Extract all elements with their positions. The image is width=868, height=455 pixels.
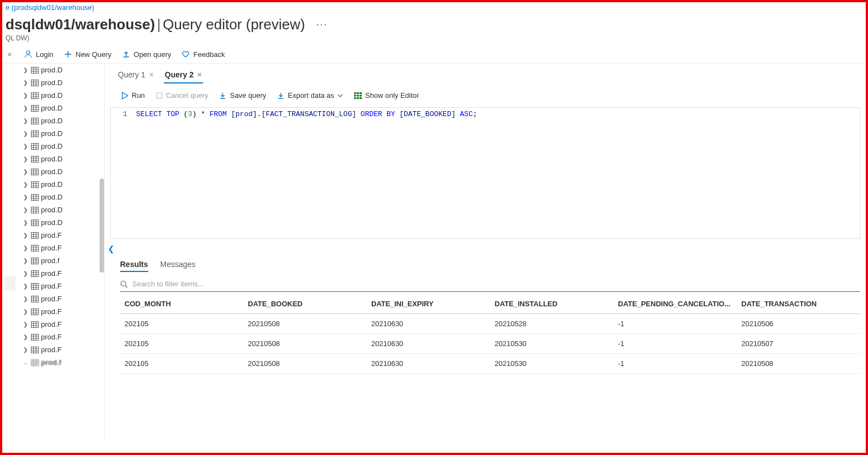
tree-item[interactable]: ❯prod.F <box>18 267 104 280</box>
open-query-button[interactable]: Open query <box>122 50 171 59</box>
sql-editor[interactable]: 1 SELECT TOP (3) * FROM [prod].[FACT_TRA… <box>110 107 860 239</box>
table-icon <box>31 143 39 150</box>
column-header[interactable]: DATE_PENDING_CANCELATIO... <box>614 294 737 314</box>
tree-item[interactable]: ❯prod.D <box>18 76 104 89</box>
svg-rect-125 <box>354 95 356 96</box>
tree-item[interactable]: ❯prod.D <box>18 178 104 191</box>
svg-rect-123 <box>357 92 359 94</box>
search-icon <box>120 280 128 288</box>
svg-rect-126 <box>357 95 359 96</box>
run-button[interactable]: Run <box>121 91 145 100</box>
svg-rect-81 <box>32 270 39 276</box>
tree-item-label: prod.D <box>41 155 63 163</box>
collapse-nav-icon[interactable]: « <box>6 50 14 58</box>
sql-code-line[interactable]: SELECT TOP (3) * FROM [prod].[FACT_TRANS… <box>133 108 477 238</box>
table-cell: 20210528 <box>490 314 614 334</box>
chevron-right-icon: ❯ <box>23 194 29 200</box>
table-icon <box>31 169 39 175</box>
svg-rect-36 <box>32 156 39 162</box>
chevron-right-icon: ❯ <box>23 270 29 276</box>
svg-rect-31 <box>32 143 39 149</box>
table-icon <box>31 118 39 124</box>
tree-item-label: prod.D <box>41 180 63 189</box>
tree-item-label: prod.D <box>41 117 63 125</box>
chevron-right-icon: ❯ <box>23 334 29 340</box>
tree-item[interactable]: ❯prod.F <box>18 292 104 305</box>
table-row[interactable]: 202105202105082021063020210528-120210506 <box>120 314 860 334</box>
tree-item[interactable]: ❯prod.F <box>18 229 104 242</box>
query-tab[interactable]: Query 1✕ <box>117 67 155 83</box>
show-only-editor-button[interactable]: Show only Editor <box>354 91 419 100</box>
grid-icon <box>354 92 362 99</box>
results-search-input[interactable] <box>132 280 860 288</box>
tree-item[interactable]: ❯prod.F <box>18 305 104 318</box>
chevron-right-icon: ❯ <box>23 118 29 124</box>
breadcrumb[interactable]: e (prodsqldw01/warehouse) <box>2 2 866 13</box>
table-row[interactable]: 202105202105082021063020210530-120210508 <box>120 354 860 374</box>
tree-item[interactable]: ❯prod.F <box>18 331 104 343</box>
tree-item[interactable]: ❯prod.D <box>18 216 104 229</box>
object-explorer[interactable]: ❯prod.D❯prod.D❯prod.D❯prod.D❯prod.D❯prod… <box>18 64 104 442</box>
tree-item[interactable]: ❯prod.D <box>18 64 104 76</box>
save-query-button[interactable]: Save query <box>219 91 266 100</box>
results-search[interactable] <box>120 274 860 292</box>
tree-item-label: prod.D <box>41 91 63 100</box>
svg-rect-101 <box>32 321 39 327</box>
editor-area: Query 1✕Query 2✕ Run Cancel query Save q… <box>104 64 866 442</box>
tree-item[interactable]: ❯prod.D <box>18 165 104 178</box>
login-button[interactable]: Login <box>24 50 54 59</box>
tree-item[interactable]: ❯prod.D <box>18 89 104 102</box>
tab-results[interactable]: Results <box>120 258 148 272</box>
close-icon[interactable]: ✕ <box>197 71 202 79</box>
table-row[interactable]: 202105202105082021063020210530-120210507 <box>120 334 860 354</box>
run-label: Run <box>132 91 145 100</box>
header-resource-name: dsqldw01/warehouse) <box>6 16 155 33</box>
query-tab[interactable]: Query 2✕ <box>164 67 203 83</box>
column-header[interactable]: DATE_TRANSACTION <box>737 294 860 314</box>
tree-item[interactable]: ❯prod.D <box>18 140 104 153</box>
tree-item[interactable]: ⌄prod.f <box>18 356 104 369</box>
column-header[interactable]: COD_MONTH <box>120 294 243 314</box>
svg-rect-21 <box>32 118 39 124</box>
tree-item[interactable]: ❯prod.F <box>18 242 104 254</box>
table-cell: 202105 <box>120 314 243 334</box>
svg-rect-56 <box>32 207 39 213</box>
tree-item[interactable]: ❯prod.D <box>18 153 104 165</box>
chevron-right-icon: ❯ <box>23 156 29 162</box>
feedback-button[interactable]: Feedback <box>181 50 225 59</box>
tree-item[interactable]: ❯prod.D <box>18 114 104 127</box>
tree-item[interactable]: ❯prod.F <box>18 318 104 331</box>
export-data-button[interactable]: Export data as <box>277 91 343 100</box>
column-header[interactable]: DATE_BOOKED <box>243 294 367 314</box>
tree-scrollbar[interactable] <box>100 179 104 273</box>
left-gutter <box>2 64 18 442</box>
more-actions-icon[interactable]: ··· <box>313 19 328 30</box>
tree-item[interactable]: ❯prod.D <box>18 191 104 203</box>
tree-item-label: prod.D <box>41 142 63 150</box>
close-icon[interactable]: ✕ <box>149 71 154 79</box>
chevron-right-icon: ❯ <box>23 181 29 187</box>
tree-item[interactable]: ❯prod.F <box>18 280 104 292</box>
stop-icon <box>156 92 163 99</box>
results-tabs: Results Messages <box>120 258 860 274</box>
tree-item[interactable]: ❯prod.D <box>18 127 104 140</box>
download-icon <box>277 92 284 100</box>
tree-item[interactable]: ❯prod.F <box>18 343 104 356</box>
table-icon <box>31 334 39 341</box>
tab-messages[interactable]: Messages <box>160 258 196 272</box>
tree-item-label: prod.F <box>41 346 62 354</box>
collapse-results-icon[interactable]: ❮ <box>105 239 866 253</box>
tree-item[interactable]: ❯prod.D <box>18 203 104 216</box>
svg-rect-16 <box>32 105 39 111</box>
column-header[interactable]: DATE_INI_EXPIRY <box>367 294 490 314</box>
svg-rect-46 <box>32 181 39 187</box>
chevron-down-icon <box>337 93 343 98</box>
tree-item[interactable]: ❯prod.f <box>18 254 104 267</box>
tree-item[interactable]: ❯prod.D <box>18 102 104 114</box>
column-header[interactable]: DATE_INSTALLED <box>490 294 614 314</box>
chevron-right-icon: ❯ <box>23 143 29 149</box>
new-query-button[interactable]: New Query <box>64 50 112 59</box>
table-icon <box>31 219 39 226</box>
tree-item-label: prod.F <box>41 282 62 290</box>
svg-rect-51 <box>32 194 39 200</box>
